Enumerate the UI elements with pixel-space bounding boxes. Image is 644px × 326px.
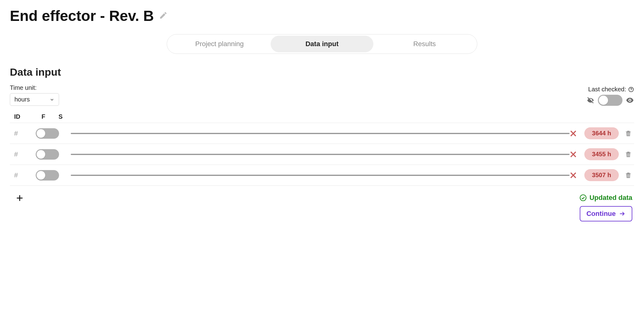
svg-point-1 [631,90,631,91]
trash-icon[interactable] [619,171,632,179]
table-row: # 3455 h [10,144,634,165]
x-icon [569,150,578,159]
pencil-icon[interactable] [159,11,168,21]
eye-off-icon [586,96,595,105]
row-id[interactable]: # [14,171,36,179]
row-toggle[interactable] [36,149,59,160]
row-slider[interactable] [68,150,580,159]
row-toggle[interactable] [36,170,59,181]
continue-label: Continue [586,210,616,218]
section-title: Data input [10,66,634,78]
tab-results[interactable]: Results [373,36,476,52]
time-unit-value: hours [14,96,30,103]
status-text: Updated data [590,194,632,202]
chevron-down-icon [50,97,54,102]
row-value-badge[interactable]: 3455 h [584,148,619,160]
eye-icon [626,96,634,105]
column-header-id: ID [14,113,36,120]
svg-point-10 [580,195,586,201]
row-value-badge[interactable]: 3644 h [584,127,619,139]
row-value-badge[interactable]: 3507 h [584,169,619,181]
time-unit-select[interactable]: hours [10,93,59,106]
x-icon [569,171,578,180]
tab-project-planning[interactable]: Project planning [168,36,271,52]
help-icon[interactable] [628,86,634,93]
tab-data-input[interactable]: Data input [271,36,373,52]
status-badge: Updated data [579,194,632,202]
data-rows: # 3644 h # 3455 h # [10,123,634,186]
row-id[interactable]: # [14,150,36,158]
tab-bar: Project planning Data input Results [167,34,477,54]
x-icon [569,129,578,138]
last-checked-label: Last checked: [588,86,626,93]
row-toggle[interactable] [36,128,59,139]
trash-icon[interactable] [619,150,632,158]
add-row-button[interactable] [15,194,24,204]
column-header-f: F [36,113,51,120]
arrow-right-icon [619,210,626,217]
row-slider[interactable] [68,171,580,180]
row-id[interactable]: # [14,129,36,137]
column-header-s: S [53,113,68,120]
last-checked-toggle[interactable] [598,95,622,106]
row-slider[interactable] [68,129,580,138]
trash-icon[interactable] [619,129,632,137]
page-title: End effector - Rev. B [10,7,154,24]
time-unit-label: Time unit: [10,84,59,91]
continue-button[interactable]: Continue [580,206,632,221]
table-row: # 3507 h [10,165,634,186]
check-circle-icon [579,194,587,202]
table-row: # 3644 h [10,123,634,144]
